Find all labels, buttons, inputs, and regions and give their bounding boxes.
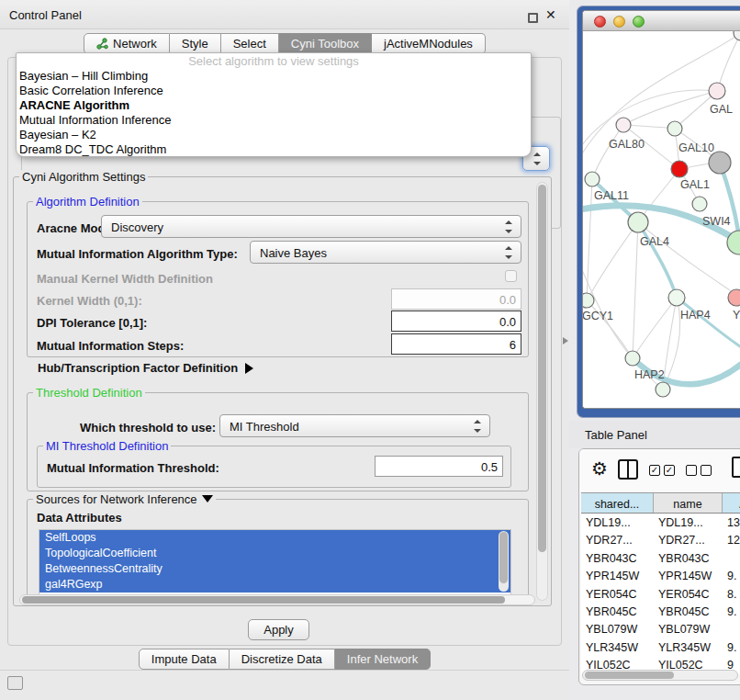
tab-infer-network[interactable]: Infer Network [335, 649, 431, 670]
sources-title[interactable]: Sources for Network Inference [33, 492, 216, 506]
checked-box-icon[interactable]: ✓ [649, 465, 660, 476]
gear-icon[interactable]: ⚙ [591, 457, 608, 480]
table-row[interactable]: YPR145WYPR145W9. [581, 567, 740, 584]
mi-threshold-field[interactable]: 0.5 [375, 456, 503, 477]
table-cell: 12 [723, 531, 740, 548]
network-node-gal80[interactable] [616, 118, 631, 132]
which-threshold-label: Which threshold to use: [80, 421, 216, 435]
table-cell: YER054C [654, 585, 723, 603]
network-node-hap2[interactable] [625, 351, 640, 366]
network-node[interactable] [709, 152, 731, 174]
attributes-list-scrollbar[interactable] [499, 531, 509, 592]
tab-impute-data[interactable]: Impute Data [139, 649, 230, 670]
minimized-panel-icon[interactable] [7, 676, 23, 690]
column-header[interactable]: name [654, 493, 723, 513]
table-cell: YDL19... [581, 514, 654, 531]
network-edge [663, 298, 677, 390]
network-node-gal10[interactable] [667, 121, 682, 136]
tab-label: Impute Data [151, 652, 217, 666]
table-row[interactable]: YBL079WYBL079W [581, 620, 740, 638]
column-header[interactable]: A [723, 493, 740, 513]
hub-definition-expander[interactable]: Hub/Transcription Factor Definition [38, 361, 253, 375]
zoom-traffic-light-icon[interactable] [633, 16, 645, 28]
network-node[interactable] [734, 31, 740, 40]
node-table[interactable]: shared...nameAYDL19...YDL19...13YDR27...… [581, 492, 740, 674]
table-cell: YLR345W [654, 638, 723, 656]
dpi-tolerance-field[interactable]: 0.0 [391, 310, 521, 332]
tab-discretize-data[interactable]: Discretize Data [230, 649, 335, 670]
tab-select[interactable]: Select [221, 33, 279, 54]
network-node-gal1[interactable] [671, 161, 688, 177]
network-canvas[interactable]: GALGAL80GAL10GAL1GAL11SWI4GAL4GCY1HAP4YH… [583, 31, 740, 409]
control-panel: Control Panel ✕ NetworkStyleSelectCyni T… [0, 0, 569, 671]
tab-style[interactable]: Style [170, 33, 221, 54]
table-row[interactable]: YDR27...YDR27...12 [581, 531, 740, 548]
float-window-icon[interactable] [528, 13, 538, 23]
algorithm-option[interactable]: Mutual Information Inference [17, 113, 531, 128]
node-label: GAL11 [594, 189, 629, 202]
table-row[interactable]: YBR045CYBR045C9. [581, 603, 740, 620]
combo-arrows-icon [473, 419, 481, 434]
attribute-item[interactable]: TopologicalCoefficient [39, 546, 510, 561]
which-threshold-combo[interactable]: MI Threshold [219, 414, 490, 437]
algorithm-option[interactable]: Basic Correlation Inference [17, 84, 531, 98]
node-label: HAP2 [634, 368, 665, 381]
network-node-gcy1[interactable] [583, 293, 594, 308]
table-row[interactable]: YER054CYER054C8. [581, 585, 740, 603]
document-icon[interactable] [732, 457, 740, 478]
network-node-gal11[interactable] [585, 172, 600, 186]
network-edge [587, 222, 638, 300]
algorithm-option[interactable]: ARACNE Algorithm [17, 98, 531, 113]
panel-splitter-icon[interactable] [563, 337, 568, 344]
checked-box-icon[interactable]: ✓ [664, 465, 675, 476]
node-label: GAL10 [678, 141, 714, 154]
tab-network[interactable]: Network [84, 33, 170, 54]
network-node-y[interactable] [728, 289, 740, 306]
kernel-width-field[interactable]: 0.0 [391, 288, 521, 310]
settings-horizontal-scrollbar[interactable] [19, 594, 535, 605]
mi-steps-label: Mutual Information Steps: [37, 339, 184, 353]
collapse-down-icon [202, 495, 213, 502]
mi-algorithm-type-combo[interactable]: Naive Bayes [250, 241, 521, 264]
tab-cyni-toolbox[interactable]: Cyni Toolbox [279, 33, 372, 54]
manual-kernel-checkbox[interactable] [505, 270, 517, 282]
table-row[interactable]: YBR043CYBR043C [581, 549, 740, 567]
network-view-window[interactable]: GALGAL80GAL10GAL1GAL11SWI4GAL4GCY1HAP4YH… [577, 6, 740, 418]
mi-steps-field[interactable]: 6 [391, 333, 521, 355]
unchecked-box-icon[interactable] [686, 465, 697, 476]
sources-group: Sources for Network Inference Data Attri… [27, 499, 529, 602]
network-node[interactable] [656, 382, 670, 397]
settings-scrollbar[interactable] [536, 182, 548, 601]
table-row[interactable]: YDL19...YDL19...13 [581, 514, 740, 531]
table-horizontal-scrollbar[interactable] [582, 670, 738, 681]
table-cell: YDR27... [581, 531, 654, 548]
close-traffic-light-icon[interactable] [594, 16, 606, 28]
data-attributes-list[interactable]: SelfLoopsTopologicalCoefficientBetweenne… [39, 529, 511, 595]
network-node-gal[interactable] [709, 83, 725, 99]
network-node-gal4[interactable] [628, 212, 648, 232]
threshold-definition-group: Threshold Definition Which threshold to … [27, 392, 529, 491]
table-row[interactable]: YLR345WYLR345W9. [581, 638, 740, 656]
aracne-mode-combo[interactable]: Discovery [101, 215, 521, 238]
attribute-item[interactable]: SelfLoops [39, 530, 510, 546]
algorithm-option[interactable]: Dream8 DC_TDC Algorithm [17, 142, 531, 157]
tab-jactivemnodules[interactable]: jActiveMNodules [372, 33, 486, 54]
column-header[interactable]: shared... [581, 493, 654, 513]
network-edge-thick [638, 222, 677, 298]
mi-threshold-definition-group: MI Threshold Definition Mutual Informati… [37, 446, 511, 488]
columns-icon[interactable] [618, 459, 638, 480]
algorithm-option[interactable]: Bayesian – K2 [17, 128, 531, 142]
algorithm-option[interactable]: Bayesian – Hill Climbing [17, 69, 531, 84]
table-cell [723, 549, 740, 567]
minimize-traffic-light-icon[interactable] [613, 16, 625, 28]
network-node-hap4[interactable] [668, 289, 685, 306]
algorithm-placeholder: Select algorithm to view settings [17, 53, 531, 69]
unchecked-box-icon[interactable] [701, 465, 712, 476]
attribute-item[interactable]: BetweennessCentrality [39, 561, 510, 577]
close-icon[interactable]: ✕ [545, 7, 556, 22]
node-label: SWI4 [702, 215, 731, 228]
network-node-swi4[interactable] [692, 197, 707, 211]
apply-button[interactable]: Apply [248, 619, 309, 640]
tab-label: Discretize Data [241, 652, 322, 666]
attribute-item[interactable]: gal4RGexp [39, 577, 510, 593]
